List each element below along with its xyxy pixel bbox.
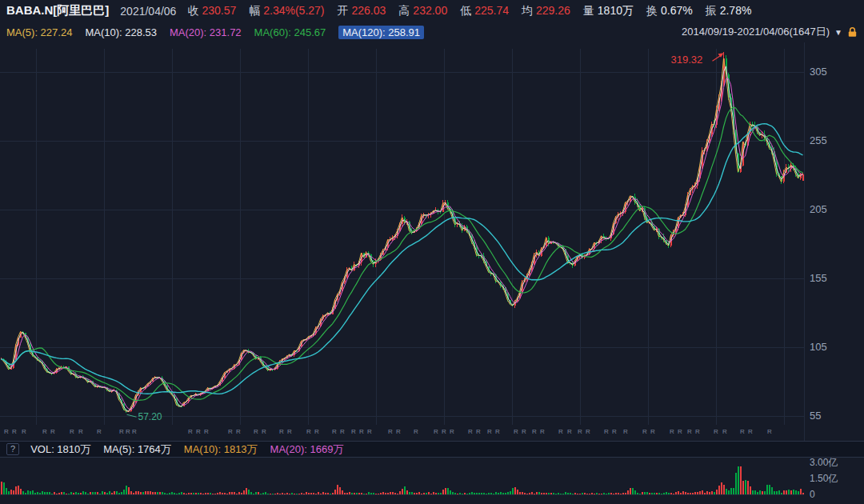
r-marker: R [359,428,364,435]
r-marker: R [388,428,393,435]
r-marker: R [650,428,655,435]
volume-chart-svg[interactable]: 3.00亿1.50亿0 [0,458,864,504]
quote-field: 低225.74 [460,4,509,18]
help-icon[interactable]: ? [6,443,19,455]
quote-field-label: 换 [646,4,658,18]
chevron-down-icon[interactable]: ▼ [834,28,842,37]
r-marker: R [767,428,772,435]
ma-indicator-bar: MA(5): 227.24MA(10): 228.53MA(20): 231.7… [0,22,864,42]
price-axis-label: 205 [810,203,827,215]
quote-field-value: 1810万 [598,4,634,18]
ma-items: MA(5): 227.24MA(10): 228.53MA(20): 231.7… [6,26,424,39]
r-marker: R [287,428,292,435]
quote-field-label: 振 [706,4,717,18]
r-marker: R [748,428,753,435]
r-marker: R [642,428,647,435]
quote-field: 振2.78% [706,4,752,18]
vol-ma-item[interactable]: VOL: 1810万 [30,442,90,457]
quote-field: 开226.03 [338,4,386,18]
r-marker: R [687,428,692,435]
r-marker: R [578,428,582,435]
price-chart-svg[interactable]: 30525520515510555319.3257.20RRRRRRRRRRRR… [0,42,864,441]
r-marker: R [132,428,137,435]
r-marker: R [722,428,727,435]
ex-rights-markers: RRRRRRRRRRRRRRRRRRRRRRRRRRRRRRRRRRRRRRRR… [4,428,772,435]
quote-field: 量1810万 [583,4,634,18]
ma-item[interactable]: MA(60): 245.67 [254,26,326,38]
vol-ma-item[interactable]: MA(5): 1764万 [103,442,171,457]
ma-item[interactable]: MA(120): 258.91 [338,26,424,39]
r-marker: R [740,428,745,435]
volume-axis-label: 0 [810,489,815,500]
quote-field-label: 均 [522,4,533,18]
quote-field-value: 229.26 [536,4,570,18]
r-marker: R [522,428,526,435]
quote-field-value: 2.34%(5.27) [263,4,324,18]
price-axis-label: 105 [810,341,827,353]
header-fields: 收230.57幅2.34%(5.27)开226.03高232.00低225.74… [187,4,751,18]
r-marker: R [314,428,319,435]
volume-axis-label: 1.50亿 [810,473,838,484]
ma-line-MA10 [2,66,803,411]
quote-field-value: 2.78% [720,4,752,18]
r-marker: R [42,428,47,435]
ma-line-MA20 [2,78,803,410]
r-marker: R [586,428,590,435]
r-marker: R [262,428,266,435]
ma-line-MA120 [2,124,803,394]
r-marker: R [254,428,258,435]
quote-field-label: 高 [398,4,410,18]
r-marker: R [279,428,284,435]
candles-layer [1,52,804,413]
r-marker: R [678,428,682,435]
r-marker: R [623,428,628,435]
r-marker: R [70,428,74,435]
r-marker: R [4,428,9,435]
price-axis-label: 55 [810,410,821,422]
r-marker: R [612,428,617,435]
quote-field-value: 226.03 [352,4,386,18]
r-marker: R [714,428,718,435]
volume-axis-label: 3.00亿 [810,458,838,468]
r-marker: R [351,428,356,435]
r-marker: R [476,428,481,435]
r-marker: R [450,428,454,435]
quote-field: 收230.57 [187,4,236,18]
ma-item[interactable]: MA(5): 227.24 [6,26,72,38]
r-marker: R [414,428,418,435]
r-marker: R [604,428,609,435]
quote-field-label: 幅 [249,4,260,18]
price-axis-label: 155 [810,272,827,284]
quote-field-label: 量 [583,4,594,18]
annotation-period-low: 57.20 [127,411,162,422]
r-marker: R [540,428,545,435]
r-marker: R [442,428,446,435]
ma-item[interactable]: MA(20): 231.72 [170,26,242,38]
svg-text:57.20: 57.20 [138,411,162,422]
r-marker: R [50,428,55,435]
r-marker: R [558,428,563,435]
r-marker: R [332,428,337,435]
quote-field-value: 232.00 [413,4,447,18]
date-range-selector[interactable]: 2014/09/19-2021/04/06(1647日) ▼ [682,25,858,39]
quote-header-bar: BABA.N[阿里巴巴] 2021/04/06 收230.57幅2.34%(5.… [0,0,864,22]
r-marker: R [567,428,572,435]
ma-item[interactable]: MA(10): 228.53 [85,26,157,38]
r-marker: R [495,428,500,435]
vol-ma-item[interactable]: MA(20): 1669万 [270,442,344,457]
r-marker: R [97,428,102,435]
r-marker: R [204,428,209,435]
r-marker: R [695,428,700,435]
symbol-name[interactable]: BABA.N[阿里巴巴] [6,3,109,18]
r-marker: R [228,428,233,435]
vol-ma-item[interactable]: MA(10): 1813万 [184,442,258,457]
quote-field-label: 收 [187,4,198,18]
volume-bars-layer [1,466,804,494]
r-marker: R [532,428,537,435]
vol-items: VOL: 1810万MA(5): 1764万MA(10): 1813万MA(20… [30,442,343,457]
lock-icon[interactable] [847,26,858,38]
volume-indicator-bar: ? VOL: 1810万MA(5): 1764万MA(10): 1813万MA(… [0,441,864,458]
price-axis-label: 255 [810,134,827,146]
r-marker: R [126,428,130,435]
quote-date: 2021/04/06 [120,5,176,18]
